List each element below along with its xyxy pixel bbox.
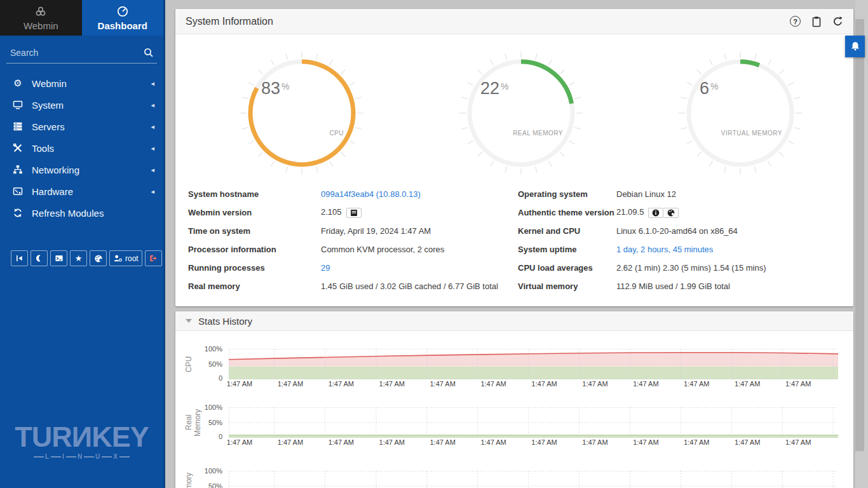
logout-button[interactable] xyxy=(145,250,162,266)
gauge-value: 22% xyxy=(480,79,509,98)
chart-plot xyxy=(229,471,838,488)
xtick-label: 1:47 AM xyxy=(785,438,811,446)
network-icon xyxy=(11,165,24,175)
tools-icon xyxy=(11,143,24,153)
terminal-button[interactable] xyxy=(50,250,67,266)
notifications-button[interactable] xyxy=(845,36,865,57)
server-icon xyxy=(11,121,24,132)
turnkey-logo: TURИKEY LINUX xyxy=(0,423,163,460)
xtick-label: 1:47 AM xyxy=(633,380,658,388)
chart-yticks: 100%50%0 xyxy=(192,471,225,488)
info-label: Authentic theme version xyxy=(518,208,616,217)
ytick-label: 100% xyxy=(205,345,222,353)
sidebar-item-label: System xyxy=(32,100,151,111)
xtick-label: 1:47 AM xyxy=(379,380,405,388)
info-label: Operating system xyxy=(518,189,616,199)
bell-icon xyxy=(850,41,860,51)
scrollbar-thumb[interactable] xyxy=(855,19,864,451)
stats-history-header[interactable]: Stats History xyxy=(175,311,853,331)
sidebar-item-networking[interactable]: Networking ◂ xyxy=(0,159,163,180)
page-scrollbar[interactable] xyxy=(855,0,868,488)
hardware-icon xyxy=(11,186,24,196)
cpu-history-chart: CPU100%50%01:47 AM1:47 AM1:47 AM1:47 AM1… xyxy=(175,341,853,391)
chevron-left-icon: ◂ xyxy=(151,101,154,109)
info-value: Common KVM processor, 2 cores xyxy=(321,245,518,254)
user-settings-button[interactable]: root xyxy=(109,250,142,266)
favorites-button[interactable]: ★ xyxy=(70,250,87,266)
info-value: Debian Linux 12 xyxy=(616,189,843,199)
user-label: root xyxy=(125,254,139,263)
info-value: 2.105 xyxy=(321,207,518,218)
theme-palette-button[interactable] xyxy=(90,250,107,266)
gauge-label: REAL MEMORY xyxy=(458,130,563,137)
xtick-label: 1:47 AM xyxy=(785,380,811,388)
info-value-link[interactable]: 1 day, 2 hours, 45 minutes xyxy=(616,245,713,254)
star-icon: ★ xyxy=(75,254,83,263)
chevron-left-icon: ◂ xyxy=(151,79,154,88)
info-label: Kernel and CPU xyxy=(518,226,616,236)
sidebar-item-label: Hardware xyxy=(32,186,151,197)
xtick-label: 1:47 AM xyxy=(480,438,506,446)
xtick-label: 1:47 AM xyxy=(329,438,354,446)
info-label: System uptime xyxy=(518,245,616,254)
sidebar: Webmin Dashboard ⚙ Webmin ◂ xyxy=(0,0,165,488)
stats-history-panel: Stats History CPU100%50%01:47 AM1:47 AM1… xyxy=(175,311,853,488)
clipboard-icon[interactable] xyxy=(811,16,822,27)
collapse-sidebar-button[interactable] xyxy=(11,250,28,266)
xtick-label: 1:47 AM xyxy=(633,438,658,446)
package-icon[interactable] xyxy=(346,208,362,218)
sidebar-quick-buttons: ★ root xyxy=(11,250,162,266)
cluster-icon xyxy=(34,5,47,18)
sidebar-item-label: Servers xyxy=(32,121,151,132)
sidebar-item-webmin[interactable]: ⚙ Webmin ◂ xyxy=(0,72,163,94)
sidebar-item-system[interactable]: System ◂ xyxy=(0,94,163,116)
sidebar-item-servers[interactable]: Servers ◂ xyxy=(0,116,163,137)
chart-yticks: 100%50%0 xyxy=(192,349,225,379)
tab-webmin[interactable]: Webmin xyxy=(0,0,82,36)
help-icon[interactable]: ? xyxy=(790,16,801,27)
refresh-icon[interactable] xyxy=(832,16,843,27)
info-value: 099a14f3eab4 (10.88.0.13) xyxy=(321,189,518,199)
chevron-left-icon: ◂ xyxy=(151,166,154,174)
info-value: 112.9 MiB used / 1.99 GiB total xyxy=(616,281,843,291)
gauge-value: 83% xyxy=(261,79,290,98)
palette-icon[interactable] xyxy=(663,208,679,218)
chevron-left-icon: ◂ xyxy=(151,187,154,196)
info-value: 21.09.5 xyxy=(616,207,843,218)
search-row xyxy=(6,44,157,64)
collapse-icon xyxy=(186,319,192,323)
xtick-label: 1:47 AM xyxy=(684,438,709,446)
xtick-label: 1:47 AM xyxy=(227,380,252,388)
info-value: Friday, April 19, 2024 1:47 AM xyxy=(321,226,518,236)
night-mode-button[interactable] xyxy=(31,250,48,266)
xtick-label: 1:47 AM xyxy=(531,438,557,446)
sidebar-menu: ⚙ Webmin ◂ System ◂ Servers ◂ xyxy=(0,72,163,224)
tab-dashboard[interactable]: Dashboard xyxy=(82,0,164,36)
xtick-label: 1:47 AM xyxy=(278,380,303,388)
gauge-label: VIRTUAL MEMORY xyxy=(677,130,782,137)
info-label: Webmin version xyxy=(188,208,321,217)
chart-plot xyxy=(229,407,838,438)
xtick-label: 1:47 AM xyxy=(735,438,760,446)
ytick-label: 50% xyxy=(208,419,222,426)
memory-history-chart: Memory100%50%0 xyxy=(175,463,853,488)
sidebar-item-hardware[interactable]: Hardware ◂ xyxy=(0,180,163,202)
tab-label: Dashboard xyxy=(98,20,147,31)
chart-xticks: 1:47 AM1:47 AM1:47 AM1:47 AM1:47 AM1:47 … xyxy=(229,438,838,447)
info-label: Running processes xyxy=(188,263,321,273)
info-label: System hostname xyxy=(188,189,321,199)
gear-icon: ⚙ xyxy=(11,78,24,89)
chevron-left-icon: ◂ xyxy=(151,144,154,152)
ytick-label: 100% xyxy=(205,403,222,411)
gauge-icon xyxy=(116,5,129,18)
sidebar-item-label: Webmin xyxy=(32,78,151,89)
sidebar-item-refresh-modules[interactable]: Refresh Modules xyxy=(0,202,163,224)
virtual-memory-gauge: 6% VIRTUAL MEMORY xyxy=(677,50,804,177)
info-value-link[interactable]: 29 xyxy=(321,263,330,273)
info-value-link[interactable]: 099a14f3eab4 (10.88.0.13) xyxy=(321,189,421,199)
sidebar-item-tools[interactable]: Tools ◂ xyxy=(0,137,163,159)
search-input[interactable] xyxy=(6,44,157,61)
info-icon[interactable] xyxy=(648,208,663,218)
ytick-label: 100% xyxy=(205,467,222,475)
refresh-icon xyxy=(11,208,24,218)
